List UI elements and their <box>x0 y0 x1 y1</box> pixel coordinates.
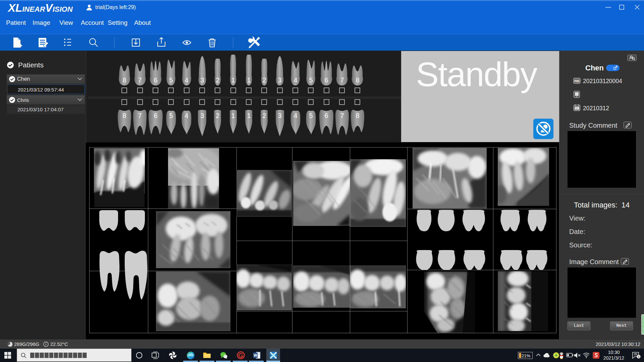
svg-text:4: 4 <box>293 112 297 119</box>
svg-text:8: 8 <box>356 112 359 119</box>
svg-text:3: 3 <box>278 112 281 119</box>
svg-text:6: 6 <box>154 76 157 84</box>
svg-text:1: 1 <box>231 112 235 119</box>
svg-text:3: 3 <box>200 76 204 84</box>
svg-text:6: 6 <box>324 112 328 119</box>
svg-text:2: 2 <box>216 112 219 119</box>
svg-text:4: 4 <box>293 76 297 84</box>
svg-text:8: 8 <box>356 76 359 84</box>
svg-text:5: 5 <box>169 112 173 119</box>
svg-text:3: 3 <box>200 112 204 119</box>
svg-text:1: 1 <box>231 76 235 84</box>
svg-text:1: 1 <box>247 112 251 119</box>
svg-text:4: 4 <box>184 76 188 84</box>
svg-text:5: 5 <box>169 76 173 84</box>
svg-text:PID: PID <box>574 79 580 83</box>
svg-text:2: 2 <box>262 76 266 84</box>
svg-text:3: 3 <box>638 355 639 359</box>
svg-text:5: 5 <box>309 112 313 119</box>
svg-text:W: W <box>254 353 257 357</box>
svg-text:2: 2 <box>262 112 266 119</box>
svg-text:2: 2 <box>216 76 219 84</box>
svg-text:5: 5 <box>309 76 313 84</box>
svg-text:7: 7 <box>138 76 142 84</box>
svg-text:7: 7 <box>340 112 344 119</box>
svg-text:6: 6 <box>324 76 328 84</box>
svg-text:7: 7 <box>138 112 142 119</box>
svg-text:7: 7 <box>340 76 344 84</box>
svg-text:8: 8 <box>122 76 126 84</box>
svg-text:3: 3 <box>278 76 281 84</box>
svg-text:6: 6 <box>154 112 157 119</box>
svg-text:8: 8 <box>122 112 126 119</box>
svg-text:1: 1 <box>247 76 251 84</box>
svg-text:4: 4 <box>184 112 188 119</box>
